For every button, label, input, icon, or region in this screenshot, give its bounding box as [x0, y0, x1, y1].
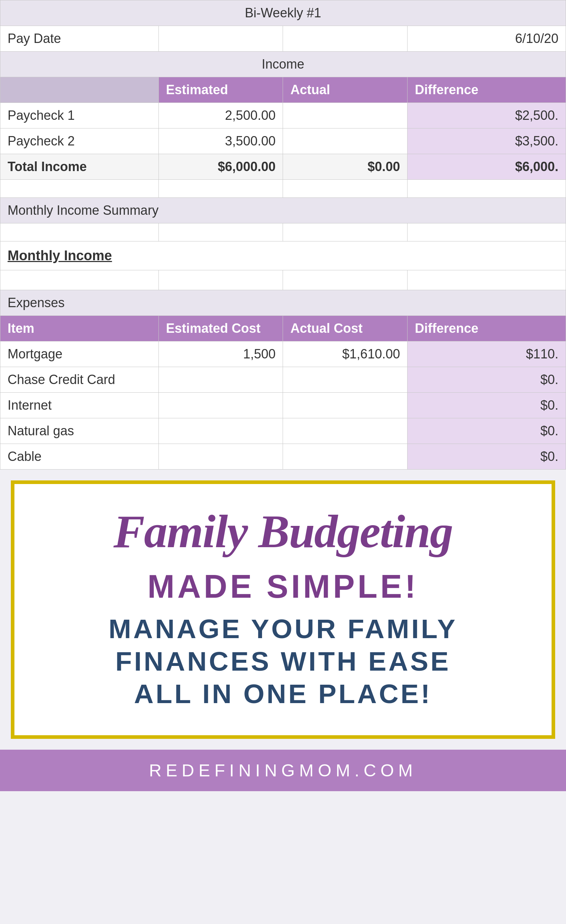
promo-section: Family Budgeting MADE SIMPLE! MANAGE YOU… — [11, 480, 555, 739]
paycheck1-estimated: 2,500.00 — [158, 103, 283, 129]
total-income-label: Total Income — [0, 154, 159, 180]
biweekly-row: Bi-Weekly #1 — [0, 0, 566, 26]
expense-internet-difference: $0. — [408, 393, 566, 418]
income-section-row: Income — [0, 52, 566, 77]
footer: REDEFININGMOM.COM — [0, 750, 566, 791]
expenses-section-label: Expenses — [0, 290, 566, 316]
expenses-section-row: Expenses — [0, 290, 566, 316]
paycheck2-row: Paycheck 2 3,500.00 $3,500. — [0, 129, 566, 154]
paycheck2-label: Paycheck 2 — [0, 129, 159, 154]
empty-data-row — [0, 270, 566, 290]
exp-col-item: Item — [0, 316, 159, 342]
expense-mortgage-actual: $1,610.00 — [283, 342, 408, 367]
monthly-income-row: Monthly Income — [0, 242, 566, 270]
paydate-value: 6/10/20 — [408, 26, 566, 52]
expense-naturalgas-label: Natural gas — [0, 418, 159, 444]
expense-cable-label: Cable — [0, 444, 159, 470]
monthly-summary-row: Monthly Income Summary — [0, 198, 566, 224]
paycheck1-difference: $2,500. — [408, 103, 566, 129]
expense-mortgage-estimated: 1,500 — [158, 342, 283, 367]
exp-col-estimated-cost: Estimated Cost — [158, 316, 283, 342]
expense-cable-difference: $0. — [408, 444, 566, 470]
promo-body: MANAGE YOUR FAMILY FINANCES WITH EASE AL… — [33, 612, 533, 710]
paycheck2-actual — [283, 129, 408, 154]
expense-mortgage-label: Mortgage — [0, 342, 159, 367]
expense-mortgage-difference: $110. — [408, 342, 566, 367]
promo-body-line3: ALL IN ONE PLACE! — [134, 679, 432, 709]
total-income-difference: $6,000. — [408, 154, 566, 180]
paycheck1-actual — [283, 103, 408, 129]
expense-chase-row: Chase Credit Card $0. — [0, 367, 566, 393]
promo-subtitle: MADE SIMPLE! — [33, 568, 533, 605]
promo-body-line1: MANAGE YOUR FAMILY — [109, 614, 457, 644]
monthly-income-label: Monthly Income — [0, 242, 566, 270]
total-income-estimated: $6,000.00 — [158, 154, 283, 180]
paycheck2-difference: $3,500. — [408, 129, 566, 154]
spacer-row-2 — [0, 224, 566, 242]
income-col-headers-row: Estimated Actual Difference — [0, 77, 566, 103]
exp-col-actual-cost: Actual Cost — [283, 316, 408, 342]
expense-naturalgas-difference: $0. — [408, 418, 566, 444]
expense-internet-label: Internet — [0, 393, 159, 418]
expense-naturalgas-row: Natural gas $0. — [0, 418, 566, 444]
col-actual: Actual — [283, 77, 408, 103]
expense-chase-actual — [283, 367, 408, 393]
spreadsheet-section: Bi-Weekly #1 Pay Date 6/10/20 Income Est… — [0, 0, 566, 470]
total-income-actual: $0.00 — [283, 154, 408, 180]
income-section-label: Income — [0, 52, 566, 77]
biweekly-label: Bi-Weekly #1 — [0, 0, 566, 26]
promo-body-line2: FINANCES WITH EASE — [116, 646, 451, 676]
paycheck2-estimated: 3,500.00 — [158, 129, 283, 154]
expense-cable-row: Cable $0. — [0, 444, 566, 470]
paycheck1-row: Paycheck 1 2,500.00 $2,500. — [0, 103, 566, 129]
expense-internet-row: Internet $0. — [0, 393, 566, 418]
col-estimated: Estimated — [158, 77, 283, 103]
expenses-col-headers-row: Item Estimated Cost Actual Cost Differen… — [0, 316, 566, 342]
promo-title: Family Budgeting — [33, 506, 533, 557]
total-income-row: Total Income $6,000.00 $0.00 $6,000. — [0, 154, 566, 180]
spacer-row-1 — [0, 180, 566, 198]
paycheck1-label: Paycheck 1 — [0, 103, 159, 129]
expense-chase-difference: $0. — [408, 367, 566, 393]
exp-col-difference: Difference — [408, 316, 566, 342]
expense-chase-label: Chase Credit Card — [0, 367, 159, 393]
col-difference: Difference — [408, 77, 566, 103]
expense-mortgage-row: Mortgage 1,500 $1,610.00 $110. — [0, 342, 566, 367]
paydate-label: Pay Date — [0, 26, 159, 52]
footer-text: REDEFININGMOM.COM — [149, 761, 417, 780]
paydate-row: Pay Date 6/10/20 — [0, 26, 566, 52]
expense-chase-estimated — [158, 367, 283, 393]
monthly-summary-label: Monthly Income Summary — [0, 198, 566, 224]
